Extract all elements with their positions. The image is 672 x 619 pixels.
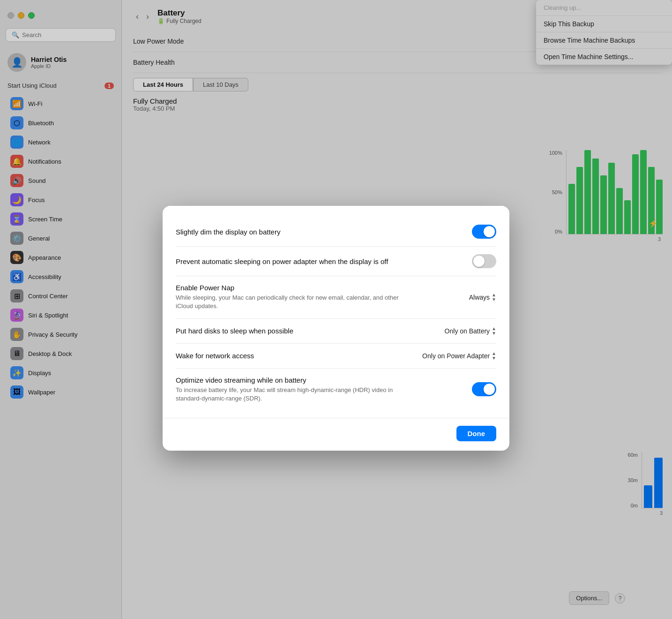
stepper-value-wake-network: Only on Power Adapter	[422, 352, 490, 360]
modal-row-label-prevent-sleep: Prevent automatic sleeping on power adap…	[176, 257, 438, 265]
modal-row-left-wake-network: Wake for network access	[176, 352, 415, 360]
modal-row-right-wake-network[interactable]: Only on Power Adapter▲▼	[422, 351, 496, 361]
modal-row-left-dim-display: Slightly dim the display on battery	[176, 228, 464, 236]
modal-row-right-power-nap[interactable]: Always▲▼	[469, 293, 496, 302]
modal-footer: Done	[163, 418, 509, 451]
modal-row-right-hard-disks[interactable]: Only on Battery▲▼	[445, 326, 496, 336]
modal-row-sublabel-video-streaming: To increase battery life, your Mac will …	[176, 386, 410, 403]
modal-row-label-power-nap: Enable Power Nap	[176, 284, 438, 292]
modal-row-power-nap: Enable Power NapWhile sleeping, your Mac…	[176, 276, 496, 318]
modal-row-left-power-nap: Enable Power NapWhile sleeping, your Mac…	[176, 284, 462, 310]
modal-row-sublabel-power-nap: While sleeping, your Mac can periodicall…	[176, 294, 410, 310]
toggle-video-streaming[interactable]	[472, 382, 496, 396]
stepper-hard-disks[interactable]: Only on Battery▲▼	[445, 326, 496, 336]
stepper-arrows-wake-network[interactable]: ▲▼	[492, 351, 496, 361]
stepper-wake-network[interactable]: Only on Power Adapter▲▼	[422, 351, 496, 361]
stepper-arrows-hard-disks[interactable]: ▲▼	[492, 326, 496, 336]
toggle-knob-prevent-sleep	[473, 256, 485, 267]
stepper-arrows-power-nap[interactable]: ▲▼	[492, 293, 496, 302]
modal-row-left-hard-disks: Put hard disks to sleep when possible	[176, 327, 437, 335]
modal-row-dim-display: Slightly dim the display on battery	[176, 217, 496, 247]
modal-row-label-dim-display: Slightly dim the display on battery	[176, 228, 438, 236]
modal-row-label-wake-network: Wake for network access	[176, 352, 415, 360]
modal-row-video-streaming: Optimize video streaming while on batter…	[176, 369, 496, 410]
modal-row-hard-disks: Put hard disks to sleep when possibleOnl…	[176, 319, 496, 344]
modal-row-left-video-streaming: Optimize video streaming while on batter…	[176, 376, 464, 403]
modal-dialog: Slightly dim the display on batteryPreve…	[163, 206, 509, 451]
modal-body: Slightly dim the display on batteryPreve…	[163, 206, 509, 418]
modal-row-right-dim-display[interactable]	[472, 225, 496, 239]
toggle-prevent-sleep[interactable]	[472, 254, 496, 268]
stepper-value-hard-disks: Only on Battery	[445, 327, 490, 335]
modal-row-label-video-streaming: Optimize video streaming while on batter…	[176, 376, 438, 384]
toggle-knob-dim-display	[484, 226, 495, 237]
stepper-power-nap[interactable]: Always▲▼	[469, 293, 496, 302]
modal-overlay: Slightly dim the display on batteryPreve…	[0, 0, 672, 619]
modal-row-right-prevent-sleep[interactable]	[472, 254, 496, 268]
toggle-dim-display[interactable]	[472, 225, 496, 239]
modal-row-label-hard-disks: Put hard disks to sleep when possible	[176, 327, 437, 335]
modal-row-right-video-streaming[interactable]	[472, 382, 496, 396]
done-button[interactable]: Done	[456, 426, 497, 441]
toggle-knob-video-streaming	[484, 384, 495, 395]
stepper-value-power-nap: Always	[469, 294, 490, 301]
modal-row-left-prevent-sleep: Prevent automatic sleeping on power adap…	[176, 257, 464, 265]
modal-row-prevent-sleep: Prevent automatic sleeping on power adap…	[176, 247, 496, 276]
modal-row-wake-network: Wake for network accessOnly on Power Ada…	[176, 344, 496, 369]
